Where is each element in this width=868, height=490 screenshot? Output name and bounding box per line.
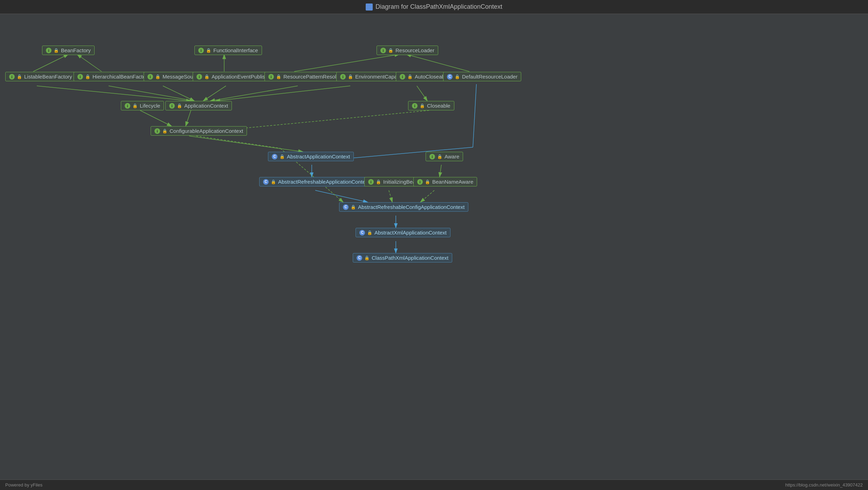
node-label: HierarchicalBeanFactory [92, 74, 150, 80]
node-resourcepatternresolver[interactable]: i 🔒 ResourcePatternResolver [264, 72, 347, 81]
node-label: ResourcePatternResolver [283, 74, 344, 80]
svg-line-22 [315, 190, 368, 202]
node-configurableapplicationcontext[interactable]: i 🔒 ConfigurableApplicationContext [151, 126, 247, 136]
badge-abstract: C [359, 230, 365, 236]
node-beanfactory[interactable]: i 🔒 BeanFactory [42, 46, 95, 55]
node-label: ApplicationEventPublisher [212, 74, 273, 80]
badge-abstract: C [272, 154, 277, 159]
lock-icon: 🔒 [420, 103, 425, 108]
node-abstractrefreshableapplicationcontext[interactable]: C 🔒 AbstractRefreshableApplicationContex… [259, 177, 373, 186]
badge-abstract: C [343, 204, 349, 210]
footer: Powered by yFiles https://blog.csdn.net/… [0, 479, 868, 490]
badge-interface: i [197, 74, 202, 80]
node-label: Closeable [427, 103, 450, 109]
node-label: ListableBeanFactory [24, 74, 72, 80]
badge-interface: i [368, 179, 374, 185]
node-aware[interactable]: i 🔒 Aware [426, 152, 463, 161]
badge-interface: i [380, 48, 386, 53]
node-lifecycle[interactable]: i 🔒 Lifecycle [121, 101, 164, 110]
node-label: ClassPathXmlApplicationContext [372, 255, 448, 261]
node-abstractxmlapplicationcontext[interactable]: C 🔒 AbstractXmlApplicationContext [356, 228, 450, 237]
node-closeable[interactable]: i 🔒 Closeable [408, 101, 454, 110]
badge-interface: i [77, 74, 83, 80]
svg-line-18 [473, 84, 476, 147]
node-label: Lifecycle [140, 103, 160, 109]
node-label: AbstractXmlApplicationContext [374, 230, 447, 236]
title-label: Diagram for ClassPathXmlApplicationConte… [376, 3, 502, 11]
node-label: BeanFactory [61, 47, 91, 53]
lock-icon: 🔒 [155, 74, 160, 79]
node-label: AbstractApplicationContext [287, 154, 350, 159]
lock-icon: 🔒 [351, 205, 356, 210]
svg-line-14 [140, 110, 172, 126]
svg-line-12 [215, 86, 350, 101]
node-applicationcontext[interactable]: i 🔒 ApplicationContext [165, 101, 232, 110]
node-resourceloader[interactable]: i 🔒 ResourceLoader [377, 46, 438, 55]
node-defaultresourceloader[interactable]: C 🔒 DefaultResourceLoader [443, 72, 521, 81]
lock-icon: 🔒 [177, 103, 182, 108]
lock-icon: 🔒 [348, 74, 353, 79]
node-label: FunctionalInterface [213, 47, 258, 53]
svg-line-11 [210, 86, 298, 101]
arrows-svg [0, 14, 868, 490]
badge-interface: i [400, 74, 405, 80]
node-abstractapplicationcontext[interactable]: C 🔒 AbstractApplicationContext [268, 152, 354, 161]
node-listablebeanfactory[interactable]: i 🔒 ListableBeanFactory [5, 72, 76, 81]
svg-line-2 [33, 54, 68, 72]
svg-line-23 [389, 190, 392, 202]
footer-right: https://blog.csdn.net/weixin_43907422 [785, 482, 863, 488]
badge-interface: i [169, 103, 175, 109]
svg-line-15 [186, 110, 191, 126]
svg-line-24 [420, 190, 434, 202]
node-beannameaware[interactable]: i 🔒 BeanNameAware [413, 177, 477, 186]
lock-icon: 🔒 [280, 154, 285, 159]
node-classpathxmlapplicationcontext[interactable]: C 🔒 ClassPathXmlApplicationContext [353, 253, 452, 263]
badge-class: C [447, 74, 453, 80]
svg-line-10 [203, 86, 226, 101]
lock-icon: 🔒 [54, 48, 59, 53]
svg-line-5 [294, 54, 399, 72]
node-label: ResourceLoader [395, 47, 434, 53]
badge-class: C [357, 255, 362, 261]
lock-icon: 🔒 [132, 103, 138, 108]
badge-interface: i [147, 74, 153, 80]
lock-icon: 🔒 [425, 179, 430, 184]
lock-icon: 🔒 [162, 129, 167, 134]
node-label: AbstractRefreshableApplicationContext [278, 179, 370, 185]
node-hierarchicalbeanfactory[interactable]: i 🔒 HierarchicalBeanFactory [74, 72, 154, 81]
lock-icon: 🔒 [437, 154, 442, 159]
badge-interface: i [340, 74, 346, 80]
node-label: AbstractRefreshableConfigApplicationCont… [358, 204, 464, 210]
svg-line-8 [109, 86, 194, 101]
svg-line-16 [228, 110, 429, 130]
badge-interface: i [412, 103, 418, 109]
svg-line-7 [37, 86, 191, 101]
lock-icon: 🔒 [85, 74, 90, 79]
lock-icon: 🔒 [407, 74, 413, 79]
title-bar: Diagram for ClassPathXmlApplicationConte… [0, 0, 868, 14]
node-label: Aware [445, 154, 459, 159]
badge-interface: i [417, 179, 423, 185]
node-abstractrefreshableconfigapplicationcontext[interactable]: C 🔒 AbstractRefreshableConfigApplication… [339, 202, 468, 212]
node-label: DefaultResourceLoader [462, 74, 517, 80]
svg-line-9 [163, 86, 194, 101]
badge-interface: i [268, 74, 274, 80]
svg-line-3 [77, 54, 102, 72]
lock-icon: 🔒 [206, 48, 211, 53]
node-label: ConfigurableApplicationContext [170, 128, 243, 134]
badge-interface: i [198, 48, 204, 53]
lock-icon: 🔒 [204, 74, 209, 79]
badge-interface: i [154, 128, 160, 134]
lock-icon: 🔒 [376, 179, 381, 184]
svg-line-6 [406, 54, 469, 72]
node-functionalinterface[interactable]: i 🔒 FunctionalInterface [194, 46, 262, 55]
svg-line-13 [417, 86, 427, 101]
lock-icon: 🔒 [367, 230, 372, 235]
node-applicationeventpublisher[interactable]: i 🔒 ApplicationEventPublisher [193, 72, 276, 81]
badge-interface: i [46, 48, 51, 53]
lock-icon: 🔒 [388, 48, 393, 53]
lock-icon: 🔒 [455, 74, 460, 79]
lock-icon: 🔒 [271, 179, 276, 184]
lock-icon: 🔒 [276, 74, 281, 79]
lock-icon: 🔒 [364, 256, 370, 260]
